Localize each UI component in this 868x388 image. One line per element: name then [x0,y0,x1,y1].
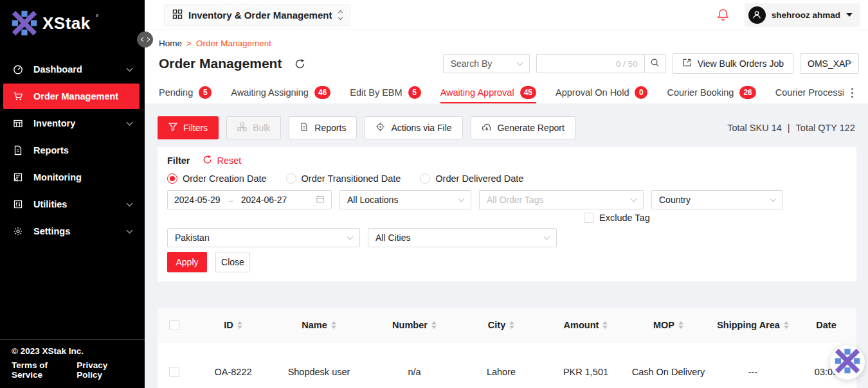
brand-mark: ° [96,10,98,23]
chevron-down-icon [770,196,777,202]
column-header-city[interactable]: City [458,320,545,330]
sidebar-item-dashboard[interactable]: Dashboard [3,57,140,82]
filter-controls-row-1: 2024-05-29 → 2024-06-27 All Locations Al… [167,190,847,209]
column-header-shipping-area[interactable]: Shipping Area [710,320,796,330]
exclude-tag-row: Exclude Tag [584,213,847,223]
cities-select[interactable]: All Cities [368,228,557,247]
chevron-down-icon [631,196,637,202]
notification-bell-icon[interactable] [717,8,729,21]
total-sku: Total SKU 14 [727,123,782,133]
radio-order-transitioned-date[interactable]: Order Transitioned Date [286,173,401,184]
chevron-down-icon [544,234,550,240]
country-select[interactable]: Country [651,190,783,209]
cell-number: n/a [371,367,458,377]
actions-via-file-label: Actions via File [391,123,451,133]
reports-button[interactable]: Reports [289,116,357,139]
column-header-name[interactable]: Name [267,320,371,330]
tab-label: Pending [159,87,193,98]
column-header-mop[interactable]: MOP [627,320,710,330]
country-value-select[interactable]: Pakistan [167,228,360,247]
sidebar-collapse-toggle[interactable] [137,31,153,48]
tab-label: Edit By EBM [350,87,402,98]
filters-button[interactable]: Filters [158,116,219,139]
tabs-more-icon[interactable] [844,82,860,103]
sidebar-item-utilities[interactable]: Utilities [3,191,140,217]
sidebar-item-reports[interactable]: Reports [3,137,140,163]
exclude-tag-checkbox[interactable] [584,213,594,223]
tab-awaiting-approval[interactable]: Awaiting Approval 45 [440,82,536,103]
order-tags-select[interactable]: All Order Tags [479,190,644,209]
bulk-button[interactable]: Bulk [226,116,281,139]
sidebar-item-inventory[interactable]: Inventory [3,110,140,136]
locations-select[interactable]: All Locations [339,190,471,209]
radio-order-creation-date[interactable]: Order Creation Date [167,173,267,184]
sidebar-item-monitoring[interactable]: Monitoring [3,164,140,190]
tab-pending[interactable]: Pending 5 [159,82,212,103]
app-switcher[interactable]: Inventory & Order Management [164,4,350,26]
privacy-policy-link[interactable]: Privacy Policy [77,360,132,380]
sidebar-item-label: Settings [33,226,70,236]
search-button[interactable] [644,54,666,73]
totals-divider: | [788,123,790,133]
reset-button[interactable]: Reset [203,155,241,166]
chevron-down-icon [458,196,465,202]
reset-refresh-icon [203,155,212,166]
radio-icon [286,173,296,184]
column-header-amount[interactable]: Amount [545,320,627,330]
orders-table: ID Name Number City Amount [158,308,856,388]
user-name: shehrooz ahmad [772,10,840,20]
generate-report-label: Generate Report [498,123,565,133]
report-file-icon [13,145,23,155]
sidebar-footer: © 2023 XStak Inc. Terms of Service Priva… [0,339,145,388]
column-header-date[interactable]: Date [796,320,856,330]
env-select-value: OMS_XAP [808,58,851,69]
filter-funnel-icon [168,123,177,134]
filter-panel: Filter Reset Order Creation Date Order T… [158,147,856,281]
column-header-number[interactable]: Number [371,320,458,330]
tab-approval-on-hold[interactable]: Approval On Hold 0 [556,82,647,103]
brand-logo: XStak ° [0,0,145,39]
status-tabs: Pending 5 Awaiting Assigning 46 Edit By … [145,82,868,103]
breadcrumb-home[interactable]: Home [159,39,182,48]
env-select[interactable]: OMS_XAP [800,53,859,74]
apply-button[interactable]: Apply [167,252,207,272]
tab-awaiting-assigning[interactable]: Awaiting Assigning 46 [231,82,330,103]
grid-icon [172,9,183,21]
row-checkbox[interactable] [169,367,179,377]
cart-icon [13,91,23,101]
tab-courier-processing[interactable]: Courier Processing 0 [775,82,844,103]
breadcrumb-current[interactable]: Order Management [196,39,271,48]
main-area: Inventory & Order Management shehrooz ah… [145,0,868,388]
actions-via-file-button[interactable]: Actions via File [365,116,462,139]
column-header-id[interactable]: ID [199,320,267,330]
sort-icon [331,321,336,329]
xstak-chat-widget[interactable] [830,345,865,380]
search-input[interactable] [543,58,616,69]
view-bulk-orders-label: View Bulk Orders Job [698,58,784,69]
select-all-checkbox[interactable] [169,320,179,330]
user-menu[interactable]: shehrooz ahmad [745,3,860,27]
table-row[interactable]: OA-8222 Shopdesk user n/a Lahore PKR 1,5… [158,342,856,388]
refresh-icon[interactable] [294,58,305,69]
inventory-icon [13,118,23,128]
close-button[interactable]: Close [215,252,250,272]
tab-edit-by-ebm[interactable]: Edit By EBM 5 [350,82,420,103]
calendar-icon [316,195,325,206]
view-bulk-orders-button[interactable]: View Bulk Orders Job [673,53,793,74]
bulk-cluster-icon [237,122,247,134]
radio-order-delivered-date[interactable]: Order Delivered Date [420,173,523,184]
generate-report-button[interactable]: Generate Report [471,116,575,139]
search-by-select[interactable]: Search By [443,54,530,73]
tab-courier-booking[interactable]: Courier Booking 26 [667,82,755,103]
terms-of-service-link[interactable]: Terms of Service [12,360,77,380]
date-to: 2024-06-27 [241,195,287,205]
sidebar-item-order-management[interactable]: Order Management [3,84,140,109]
column-label: Number [392,320,428,330]
search-by-value: Search By [451,58,493,69]
tab-count-badge: 5 [408,86,421,99]
tab-count-badge: 46 [314,86,330,99]
sidebar: XStak ° Dashboard Order Management Inven… [0,0,145,388]
tab-label: Courier Processing [775,87,844,98]
sidebar-item-settings[interactable]: Settings [3,218,140,244]
date-range-picker[interactable]: 2024-05-29 → 2024-06-27 [167,190,332,209]
